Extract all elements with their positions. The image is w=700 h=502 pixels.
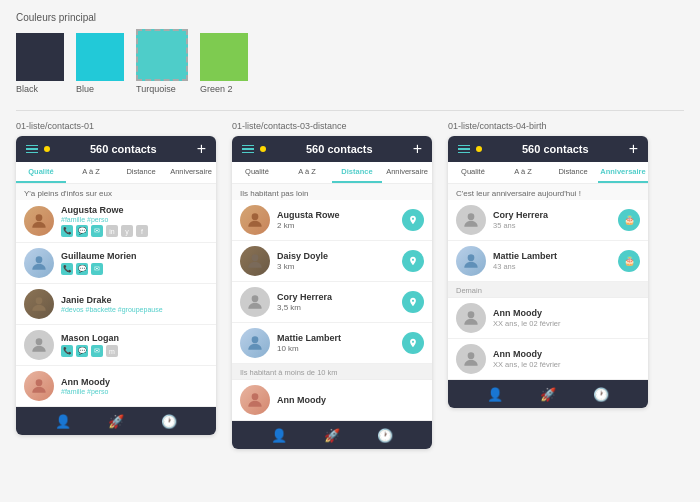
contact-name: Mattie Lambert bbox=[493, 251, 611, 261]
header-dot-04 bbox=[476, 146, 482, 152]
nav-clock-icon[interactable]: 🕐 bbox=[161, 414, 177, 429]
contact-tags: #devos #backette #groupepause bbox=[61, 306, 208, 313]
chat-icon[interactable]: 💬 bbox=[76, 225, 88, 237]
contact-item[interactable]: Ann Moody XX ans, le 02 février bbox=[448, 298, 648, 339]
contact-item[interactable]: Daisy Doyle 3 km bbox=[232, 241, 432, 282]
facebook-icon[interactable]: f bbox=[136, 225, 148, 237]
hamburger-icon-04[interactable] bbox=[458, 145, 470, 154]
contact-item[interactable]: Mason Logan 📞 💬 ✉ m bbox=[16, 325, 216, 366]
swatches-row: Black Blue Turquoise Green 2 bbox=[16, 29, 684, 94]
contact-tags: #famille #perso bbox=[61, 388, 208, 395]
svg-point-1 bbox=[36, 256, 43, 263]
birthday-button[interactable]: 🎂 bbox=[618, 209, 640, 231]
contact-item[interactable]: Augusta Rowe #famille #perso 📞 💬 ✉ in y … bbox=[16, 200, 216, 243]
location-button[interactable] bbox=[402, 332, 424, 354]
nav-rocket-icon[interactable]: 🚀 bbox=[108, 414, 124, 429]
misc-icon[interactable]: m bbox=[106, 345, 118, 357]
nav-person-icon-04[interactable]: 👤 bbox=[487, 387, 503, 402]
nav-clock-icon-04[interactable]: 🕐 bbox=[593, 387, 609, 402]
email-icon[interactable]: ✉ bbox=[91, 263, 103, 275]
mockup-01-label: 01-liste/contacts-01 bbox=[16, 121, 216, 131]
email-icon[interactable]: ✉ bbox=[91, 225, 103, 237]
birthday-button[interactable]: 🎂 bbox=[618, 250, 640, 272]
avatar bbox=[456, 246, 486, 276]
tab-anniversaire-01[interactable]: Anniversaire bbox=[166, 162, 216, 183]
phone-icon[interactable]: 📞 bbox=[61, 263, 73, 275]
tab-anniversaire-03[interactable]: Anniversaire bbox=[382, 162, 432, 183]
contact-item[interactable]: Mattie Lambert 10 km bbox=[232, 323, 432, 364]
tab-distance-03[interactable]: Distance bbox=[332, 162, 382, 183]
avatar bbox=[24, 248, 54, 278]
location-button[interactable] bbox=[402, 291, 424, 313]
tab-anniversaire-04[interactable]: Anniversaire bbox=[598, 162, 648, 183]
contact-item[interactable]: Augusta Rowe 2 km bbox=[232, 200, 432, 241]
chat-icon[interactable]: 💬 bbox=[76, 345, 88, 357]
phone-03-bottom-nav: 👤 🚀 🕐 bbox=[232, 421, 432, 449]
location-button[interactable] bbox=[402, 250, 424, 272]
svg-point-8 bbox=[252, 336, 259, 343]
nav-person-icon[interactable]: 👤 bbox=[55, 414, 71, 429]
contact-item[interactable]: Janie Drake #devos #backette #groupepaus… bbox=[16, 284, 216, 325]
header-dot bbox=[44, 146, 50, 152]
contact-item[interactable]: Mattie Lambert 43 ans 🎂 bbox=[448, 241, 648, 282]
phone-01-title: 560 contacts bbox=[90, 143, 157, 155]
avatar bbox=[24, 289, 54, 319]
contact-name: Cory Herrera bbox=[277, 292, 395, 302]
phone-04: 560 contacts + Qualité A à Z Distance An… bbox=[448, 136, 648, 408]
contact-info: Cory Herrera 35 ans bbox=[493, 210, 611, 230]
chat-icon[interactable]: 💬 bbox=[76, 263, 88, 275]
add-contact-button-03[interactable]: + bbox=[413, 141, 422, 157]
nav-clock-icon-03[interactable]: 🕐 bbox=[377, 428, 393, 443]
phone-04-title: 560 contacts bbox=[522, 143, 589, 155]
swatch-black bbox=[16, 33, 64, 81]
contact-name: Ann Moody bbox=[493, 308, 640, 318]
tab-qualite-04[interactable]: Qualité bbox=[448, 162, 498, 183]
tab-atoz-01[interactable]: A à Z bbox=[66, 162, 116, 183]
contact-name: Daisy Doyle bbox=[277, 251, 395, 261]
linkedin-icon[interactable]: in bbox=[106, 225, 118, 237]
contact-item[interactable]: Cory Herrera 35 ans 🎂 bbox=[448, 200, 648, 241]
tab-distance-01[interactable]: Distance bbox=[116, 162, 166, 183]
avatar bbox=[240, 287, 270, 317]
contact-item[interactable]: Cory Herrera 3,5 km bbox=[232, 282, 432, 323]
svg-point-7 bbox=[252, 295, 259, 302]
contact-name: Ann Moody bbox=[277, 395, 424, 405]
phone-03-body: Ils habitant pas loin Augusta Rowe 2 km bbox=[232, 184, 432, 421]
contact-name: Augusta Rowe bbox=[277, 210, 395, 220]
tab-distance-04[interactable]: Distance bbox=[548, 162, 598, 183]
contact-age: XX ans, le 02 février bbox=[493, 360, 640, 369]
tab-qualite-03[interactable]: Qualité bbox=[232, 162, 282, 183]
contact-item[interactable]: Ann Moody #famille #perso bbox=[16, 366, 216, 407]
contact-item[interactable]: Ann Moody XX ans, le 02 février bbox=[448, 339, 648, 380]
hamburger-icon[interactable] bbox=[26, 145, 38, 154]
svg-point-9 bbox=[252, 393, 259, 400]
contact-name: Guillaume Morien bbox=[61, 251, 208, 261]
tab-atoz-04[interactable]: A à Z bbox=[498, 162, 548, 183]
add-contact-button-01[interactable]: + bbox=[197, 141, 206, 157]
nav-rocket-icon-04[interactable]: 🚀 bbox=[540, 387, 556, 402]
tab-qualite-01[interactable]: Qualité bbox=[16, 162, 66, 183]
contact-distance: 2 km bbox=[277, 221, 395, 230]
swatch-label-green2: Green 2 bbox=[200, 84, 233, 94]
contact-item[interactable]: Ann Moody bbox=[232, 380, 432, 421]
hamburger-icon-03[interactable] bbox=[242, 145, 254, 154]
contact-info: Janie Drake #devos #backette #groupepaus… bbox=[61, 295, 208, 313]
phone-icon[interactable]: 📞 bbox=[61, 225, 73, 237]
subsection-label-04: Demain bbox=[448, 282, 648, 298]
contact-item[interactable]: Guillaume Morien 📞 💬 ✉ bbox=[16, 243, 216, 284]
contact-info: Augusta Rowe 2 km bbox=[277, 210, 395, 230]
swatch-turquoise bbox=[136, 29, 188, 81]
contact-name: Ann Moody bbox=[493, 349, 640, 359]
tab-atoz-03[interactable]: A à Z bbox=[282, 162, 332, 183]
youtube-icon[interactable]: y bbox=[121, 225, 133, 237]
phone-04-body: C'est leur anniversaire aujourd'hui ! Co… bbox=[448, 184, 648, 380]
phone-01-body: Y'a pleins d'infos sur eux Augusta Rowe … bbox=[16, 184, 216, 407]
location-button[interactable] bbox=[402, 209, 424, 231]
svg-point-13 bbox=[468, 352, 475, 359]
phone-icon[interactable]: 📞 bbox=[61, 345, 73, 357]
add-contact-button-04[interactable]: + bbox=[629, 141, 638, 157]
contact-icons: 📞 💬 ✉ m bbox=[61, 345, 208, 357]
email-icon[interactable]: ✉ bbox=[91, 345, 103, 357]
nav-person-icon-03[interactable]: 👤 bbox=[271, 428, 287, 443]
nav-rocket-icon-03[interactable]: 🚀 bbox=[324, 428, 340, 443]
